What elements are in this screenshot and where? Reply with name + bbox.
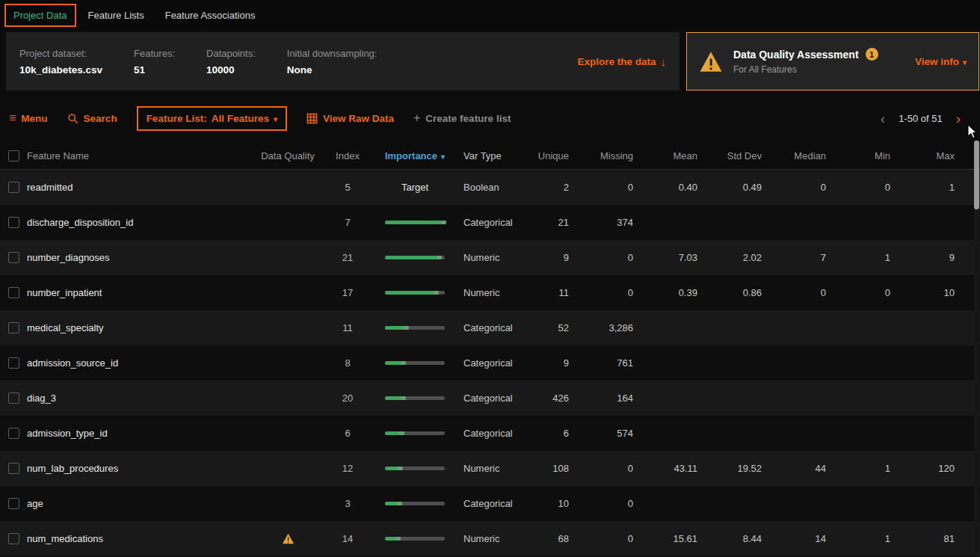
importance-bar	[385, 326, 445, 330]
scrollbar-thumb[interactable]	[974, 141, 979, 209]
table-row[interactable]: num_lab_procedures 12 Numeric 108 0 43.1…	[0, 451, 980, 486]
table-row[interactable]: number_diagnoses 21 Numeric 9 0 7.03 2.0…	[0, 240, 980, 275]
var-type-value: Numeric	[456, 533, 523, 544]
data-quality-cell	[254, 393, 321, 404]
row-checkbox[interactable]	[8, 357, 19, 369]
header-unique[interactable]: Unique	[523, 150, 579, 161]
unique-value: 2	[523, 182, 579, 193]
view-raw-data-button[interactable]: View Raw Data	[306, 113, 394, 124]
importance-cell	[374, 221, 456, 224]
chevron-down-icon: ▾	[441, 153, 445, 161]
create-feature-list-button[interactable]: + Create feature list	[413, 112, 511, 124]
data-quality-cell	[254, 217, 321, 228]
header-median[interactable]: Median	[772, 150, 836, 161]
row-checkbox-cell	[0, 428, 27, 439]
table-toolbar: ≡ Menu Search Feature List: All Features…	[9, 103, 971, 133]
header-feature-name[interactable]: Feature Name	[27, 150, 254, 161]
feature-name: discharge_disposition_id	[27, 217, 254, 228]
row-checkbox[interactable]	[8, 252, 19, 263]
search-label: Search	[84, 113, 117, 124]
header-missing[interactable]: Missing	[579, 150, 644, 161]
search-button[interactable]: Search	[67, 113, 117, 124]
feature-name: number_inpatient	[27, 287, 254, 298]
mean-value: 0.39	[644, 287, 708, 298]
stat-label: Features:	[134, 48, 175, 59]
select-all-checkbox[interactable]	[8, 150, 19, 161]
menu-button[interactable]: ≡ Menu	[9, 112, 48, 124]
tab-project-data[interactable]: Project Data	[4, 4, 76, 27]
explore-the-data-link[interactable]: Explore the data ↓	[577, 55, 666, 68]
feature-list-dropdown[interactable]: Feature List: All Features ▾	[137, 106, 287, 131]
stat-value: None	[287, 64, 377, 76]
header-mean[interactable]: Mean	[644, 150, 708, 161]
stat-value: 10000	[206, 64, 256, 76]
index-value: 12	[321, 463, 374, 474]
data-quality-cell	[254, 252, 321, 263]
max-value: 120	[901, 463, 965, 474]
row-checkbox[interactable]	[8, 182, 19, 193]
std-dev-value: 19.52	[708, 463, 772, 474]
row-checkbox[interactable]	[8, 322, 19, 333]
tab-feature-lists[interactable]: Feature Lists	[79, 4, 153, 27]
view-info-label: View info	[915, 56, 959, 67]
table-grid-icon	[306, 113, 318, 124]
header-importance[interactable]: Importance ▾	[374, 150, 456, 161]
pagination-next-button[interactable]: ›	[956, 111, 961, 126]
unique-value: 52	[523, 322, 579, 333]
row-checkbox[interactable]	[8, 393, 19, 404]
missing-value: 0	[579, 252, 644, 263]
row-checkbox-cell	[0, 498, 27, 509]
stat-downsampling: Initial downsampling: None	[287, 48, 377, 76]
feature-name: number_diagnoses	[27, 252, 254, 263]
table-row[interactable]: diag_3 20 Categorical 426 164	[0, 381, 980, 416]
table-row[interactable]: readmitted 5 Target Boolean 2 0 0.40 0.4…	[0, 170, 980, 205]
header-std-dev[interactable]: Std Dev	[708, 150, 772, 161]
row-checkbox[interactable]	[8, 287, 19, 298]
header-data-quality[interactable]: Data Quality	[254, 150, 321, 161]
row-checkbox[interactable]	[8, 533, 19, 544]
table-row[interactable]: discharge_disposition_id 7 Categorical 2…	[0, 205, 980, 240]
table-row[interactable]: medical_specialty 11 Categorical 52 3,28…	[0, 310, 980, 345]
row-checkbox[interactable]	[8, 498, 19, 509]
importance-target-label: Target	[401, 182, 428, 193]
importance-bar	[385, 396, 445, 400]
missing-value: 0	[579, 498, 644, 509]
arrow-down-icon: ↓	[661, 55, 667, 68]
header-min[interactable]: Min	[836, 150, 901, 161]
feature-list-label: Feature List:	[147, 113, 207, 124]
unique-value: 68	[523, 533, 579, 544]
pagination: ‹ 1-50 of 51 ›	[881, 111, 971, 126]
header-max[interactable]: Max	[901, 150, 965, 161]
std-dev-value: 0.86	[708, 287, 772, 298]
pagination-prev-button[interactable]: ‹	[881, 111, 885, 126]
table-row[interactable]: admission_type_id 6 Categorical 6 574	[0, 416, 980, 451]
vertical-scrollbar[interactable]	[974, 141, 979, 554]
header-index[interactable]: Index	[321, 150, 374, 161]
menu-icon: ≡	[9, 112, 16, 124]
var-type-value: Categorical	[456, 217, 523, 228]
index-value: 8	[321, 357, 374, 369]
data-quality-assessment-panel: Data Quality Assessment 1 For All Featur…	[686, 32, 979, 90]
unique-value: 11	[523, 287, 579, 298]
row-checkbox[interactable]	[8, 217, 19, 228]
index-value: 7	[321, 217, 374, 228]
median-value: 0	[772, 182, 836, 193]
stat-label: Initial downsampling:	[287, 48, 377, 59]
chevron-down-icon: ▾	[963, 58, 967, 67]
table-header: Feature Name Data Quality Index Importan…	[0, 143, 980, 170]
info-row: Project dataset: 10k_diabetes.csv Featur…	[6, 32, 980, 90]
table-row[interactable]: num_medications 14 Numeric 68 0 15.61 8.…	[0, 521, 980, 556]
unique-value: 108	[523, 463, 579, 474]
table-row[interactable]: admission_source_id 8 Categorical 9 761	[0, 345, 980, 381]
data-quality-cell	[254, 287, 321, 298]
var-type-value: Categorical	[456, 393, 523, 404]
view-info-button[interactable]: View info ▾	[915, 56, 967, 67]
mean-value: 0.40	[644, 182, 708, 193]
row-checkbox[interactable]	[8, 428, 19, 439]
header-var-type[interactable]: Var Type	[456, 150, 523, 161]
table-row[interactable]: number_inpatient 17 Numeric 11 0 0.39 0.…	[0, 275, 980, 310]
row-checkbox[interactable]	[8, 463, 19, 474]
table-row[interactable]: age 3 Categorical 10 0	[0, 486, 980, 521]
missing-value: 3,286	[579, 322, 644, 333]
tab-feature-associations[interactable]: Feature Associations	[156, 4, 265, 27]
